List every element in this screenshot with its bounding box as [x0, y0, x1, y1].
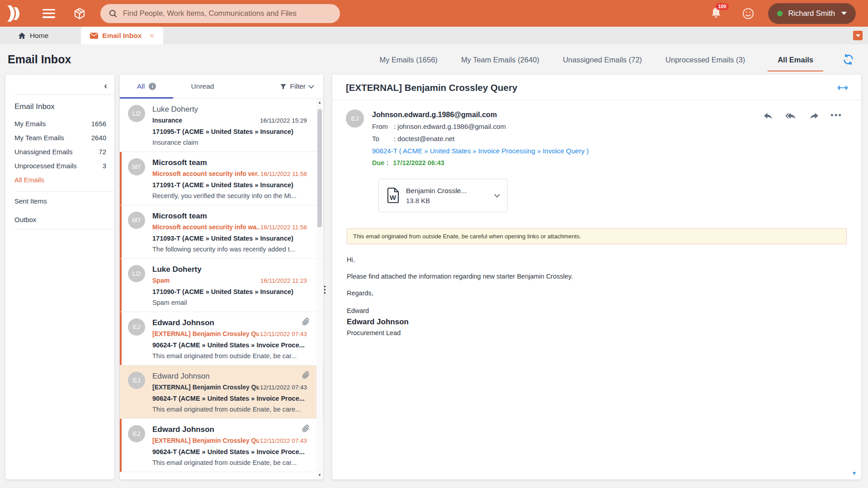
- more-options-button[interactable]: •••: [830, 113, 842, 118]
- avatar: LD: [128, 265, 145, 282]
- email-list-item[interactable]: EJ Edward Johnson [EXTERNAL] Benjamin Cr…: [120, 365, 323, 419]
- global-search: [100, 4, 340, 23]
- page-header: Email Inbox My Emails (1656) My Team Ema…: [0, 44, 868, 74]
- reply-all-button[interactable]: [785, 111, 797, 119]
- double-chevron-icon: [6, 5, 24, 22]
- email-subject: Spam: [152, 275, 170, 286]
- enate-logo[interactable]: [6, 5, 24, 22]
- list-scrollbar[interactable]: ▲ ▼: [316, 99, 323, 479]
- to-row: To : doctest@enate.net: [372, 133, 589, 145]
- chevron-down-icon: [308, 83, 314, 89]
- filter-button[interactable]: Filter: [270, 75, 323, 98]
- funnel-icon: [280, 83, 287, 90]
- email-sender-name: Microsoft team: [152, 157, 307, 168]
- sidebar-item-my-emails[interactable]: My Emails1656: [5, 117, 114, 131]
- notifications-button[interactable]: 100: [710, 6, 724, 21]
- count-badge: 72: [99, 148, 106, 156]
- user-status-dot: [777, 11, 783, 16]
- email-date: 12/11/2022 07:43: [259, 382, 307, 393]
- email-sender-name: Edward Johnson: [152, 424, 307, 435]
- tab-email-inbox[interactable]: Email Inbox ×: [81, 27, 163, 44]
- email-view-tabs: My Emails (1656) My Team Emails (2640) U…: [379, 47, 855, 71]
- email-sender-name: Edward Johnson: [152, 370, 307, 382]
- view-tab-unassigned-emails[interactable]: Unassigned Emails (72): [562, 47, 643, 71]
- horizontal-resize-icon: [837, 85, 849, 91]
- scroll-down-arrow-icon[interactable]: ▼: [852, 470, 857, 476]
- chevron-down-icon: [494, 192, 500, 198]
- email-sender-name: Microsoft team: [152, 210, 307, 222]
- email-list-item[interactable]: MT Microsoft team Microsoft account secu…: [120, 205, 323, 259]
- email-actions: •••: [764, 111, 842, 119]
- info-icon[interactable]: i: [149, 83, 156, 90]
- email-preview: This email originated from outside Enate…: [152, 404, 307, 415]
- list-tab-unread[interactable]: Unread: [173, 75, 232, 98]
- list-tab-all[interactable]: All i: [120, 75, 173, 98]
- scrollbar-thumb[interactable]: [317, 109, 322, 227]
- view-tab-my-emails[interactable]: My Emails (1656): [379, 47, 439, 71]
- sidebar-item-my-team-emails[interactable]: My Team Emails2640: [5, 131, 114, 145]
- page-title: Email Inbox: [8, 53, 71, 66]
- sidebar-item-outbox[interactable]: Outbox: [5, 210, 114, 229]
- due-date: Due :17/12/2022 06:43: [372, 157, 589, 169]
- email-date: 16/11/2022 11:58: [259, 169, 307, 180]
- expand-width-button[interactable]: [837, 85, 849, 91]
- feedback-button[interactable]: [742, 7, 755, 20]
- tab-home[interactable]: Home: [6, 27, 60, 44]
- apps-cube-icon[interactable]: [72, 6, 87, 21]
- to-value: doctest@enate.net: [397, 133, 454, 145]
- email-list-item[interactable]: EJ Edward Johnson [EXTERNAL] Benjamin Cr…: [120, 312, 323, 365]
- sidebar-item-unprocessed-emails[interactable]: Unprocessed Emails3: [5, 159, 114, 173]
- email-list-item[interactable]: LD Luke Doherty Insurance 16/11/2022 15:…: [120, 99, 323, 152]
- external-email-warning: This email originated from outside Enate…: [347, 228, 847, 244]
- user-menu[interactable]: Richard Smith: [768, 3, 856, 24]
- email-date: 12/11/2022 07:43: [259, 329, 307, 340]
- forward-icon: [809, 111, 819, 119]
- avatar: MT: [128, 212, 145, 229]
- email-preview: This email originated from outside Enate…: [152, 351, 307, 361]
- email-list-item[interactable]: LD Luke Doherty Spam 16/11/2022 11:23 17…: [120, 259, 323, 312]
- sidebar-collapse-icon[interactable]: ‹: [104, 81, 107, 90]
- smiley-icon: [742, 7, 755, 20]
- view-tab-all-emails[interactable]: All Emails: [768, 47, 823, 71]
- sidebar-item-unassigned-emails[interactable]: Unassigned Emails72: [5, 145, 114, 159]
- panel-resize-handle[interactable]: [324, 286, 326, 294]
- tab-email-inbox-label: Email Inbox: [102, 32, 142, 40]
- sidebar-item-all-emails[interactable]: All Emails: [5, 173, 114, 187]
- view-tab-unprocessed-emails[interactable]: Unprocessed Emails (3): [665, 47, 746, 71]
- sender-address: Johnson.edward.g.1986@gmail.com: [372, 109, 589, 120]
- email-reference: 90624-T (ACME » United States » Invoice …: [152, 340, 307, 351]
- email-list-item[interactable]: EJ Edward Johnson [EXTERNAL] Benjamin Cr…: [120, 419, 323, 472]
- close-icon[interactable]: ×: [149, 31, 154, 40]
- scroll-up-arrow-icon[interactable]: ▲: [316, 99, 323, 106]
- paperclip-icon: [302, 371, 310, 379]
- view-tab-my-team-emails[interactable]: My Team Emails (2640): [460, 47, 540, 71]
- search-input[interactable]: [123, 9, 332, 18]
- top-bar: 100 Richard Smith: [0, 0, 868, 27]
- work-item-link[interactable]: 90624-T ( ACME » United States » Invoice…: [372, 145, 589, 157]
- tab-home-label: Home: [30, 32, 48, 40]
- email-reference: 90624-T (ACME » United States » Invoice …: [152, 393, 307, 404]
- avatar: EJ: [128, 318, 145, 336]
- email-preview: Spam email: [152, 297, 307, 308]
- body-paragraph: Please find attached the information reg…: [347, 273, 847, 280]
- notification-badge: 100: [716, 3, 728, 10]
- attachment-chip[interactable]: W Benjamin Crossle... 13.8 KB: [378, 179, 508, 212]
- reply-all-icon: [785, 111, 797, 119]
- paperclip-icon: [302, 318, 310, 326]
- user-name: Richard Smith: [788, 9, 835, 18]
- signature-name: Edward Johnson: [347, 316, 847, 328]
- hamburger-menu-icon[interactable]: [42, 9, 55, 18]
- signature-title: Procurement Lead: [347, 328, 847, 338]
- scroll-down-arrow-icon[interactable]: ▼: [316, 472, 323, 479]
- tab-overflow-button[interactable]: [853, 31, 863, 40]
- refresh-button[interactable]: [842, 53, 854, 66]
- body-paragraph: Regards,: [347, 289, 847, 297]
- divider: [14, 229, 114, 229]
- forward-button[interactable]: [809, 111, 819, 119]
- email-date: 16/11/2022 11:58: [259, 222, 307, 233]
- email-list-item[interactable]: MT Microsoft team Microsoft account secu…: [120, 152, 323, 205]
- sidebar-item-sent-items[interactable]: Sent Items: [5, 192, 114, 210]
- email-date: 12/11/2022 07:43: [259, 436, 307, 446]
- email-preview: Insurance claim: [152, 137, 307, 148]
- reply-button[interactable]: [764, 111, 774, 119]
